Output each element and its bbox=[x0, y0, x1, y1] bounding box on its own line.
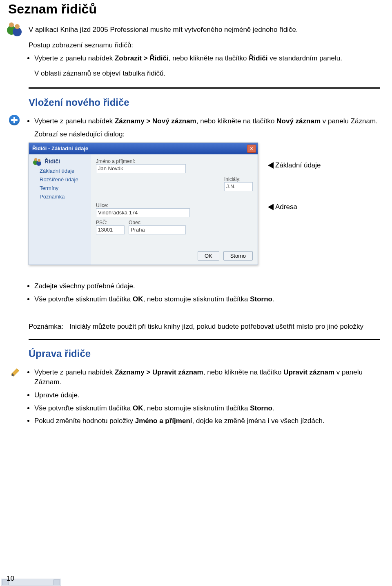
triangle-left-icon bbox=[268, 162, 274, 169]
section-heading: Vložení nového řidiče bbox=[29, 97, 380, 108]
dialog-title: Řidiči - Základní údaje bbox=[32, 145, 88, 152]
label-initials: Iniciály: bbox=[224, 176, 253, 182]
label-city: Obec: bbox=[129, 220, 186, 225]
city-field[interactable]: Praha bbox=[129, 225, 186, 234]
list-item: Upravte údaje. bbox=[34, 390, 380, 400]
scroll-right[interactable] bbox=[53, 579, 60, 585]
ok-button[interactable]: OK bbox=[198, 251, 219, 261]
dialog-form: Jméno a příjmení: Jan Novák Iniciály: J.… bbox=[91, 154, 258, 265]
cancel-button[interactable]: Storno bbox=[223, 251, 253, 261]
sidebar-item[interactable]: Termíny bbox=[33, 184, 88, 192]
label-name: Jméno a příjmení: bbox=[96, 158, 186, 164]
drivers-icon bbox=[33, 158, 42, 165]
intro-list: Vyberte z panelu nabídek Zobrazit > Řidi… bbox=[34, 53, 380, 63]
section-heading: Úprava řidiče bbox=[29, 348, 380, 359]
divider bbox=[29, 339, 380, 340]
label-psc: PSČ: bbox=[96, 220, 125, 225]
dialog-window: Řidiči - Základní údaje × Řidiči Základn… bbox=[29, 143, 258, 265]
intro-text: V aplikaci Kniha jízd 2005 Professional … bbox=[29, 25, 380, 35]
dialog-titlebar[interactable]: Řidiči - Základní údaje × bbox=[29, 143, 258, 154]
street-field[interactable]: Vinohradská 174 bbox=[96, 208, 190, 217]
drivers-icon bbox=[6, 21, 22, 37]
list-item: Pokud změníte hodnotu položky Jméno a př… bbox=[34, 416, 380, 426]
list-item: Vyberte z panelu nabídek Zobrazit > Řidi… bbox=[34, 53, 380, 63]
sec1b-list: Zadejte všechny potřebné údaje. Vše potv… bbox=[34, 281, 380, 304]
page-number: 10 bbox=[7, 575, 14, 583]
triangle-left-icon bbox=[268, 204, 274, 210]
close-icon[interactable]: × bbox=[247, 145, 256, 153]
list-item: Vše potvrďte stisknutím tlačítka OK, neb… bbox=[34, 294, 380, 304]
sec1-after: Zobrazí se následující dialog: bbox=[34, 129, 380, 139]
list-item: Vše potvrďte stisknutím tlačítka OK, neb… bbox=[34, 403, 380, 413]
psc-field[interactable]: 13001 bbox=[96, 225, 125, 234]
sidebar-item[interactable]: Poznámka bbox=[33, 192, 88, 201]
intro-subheading: Postup zobrazení seznamu řidičů: bbox=[29, 40, 380, 50]
list-item: Vyberte z panelu nabídek Záznamy > Nový … bbox=[34, 116, 380, 126]
sec1-list: Vyberte z panelu nabídek Záznamy > Nový … bbox=[34, 116, 380, 126]
initials-field[interactable]: J.N. bbox=[224, 182, 253, 191]
page-title: Seznam řidičů bbox=[8, 2, 392, 17]
list-item: Zadejte všechny potřebné údaje. bbox=[34, 281, 380, 291]
callout: Adresa bbox=[268, 203, 321, 211]
sec2-list: Vyberte z panelu nabídek Záznamy > Uprav… bbox=[34, 368, 380, 426]
sidebar-header: Řidiči bbox=[33, 158, 88, 165]
plus-icon bbox=[9, 115, 20, 125]
list-item: Vyberte z panelu nabídek Záznamy > Uprav… bbox=[34, 368, 380, 387]
note-block: Poznámka: Iniciály můžete použít při tis… bbox=[29, 322, 380, 332]
label-street: Ulice: bbox=[96, 203, 253, 208]
sidebar-item[interactable]: Základní údaje bbox=[33, 167, 88, 175]
name-field[interactable]: Jan Novák bbox=[96, 164, 186, 173]
intro-note: V oblasti záznamů se objeví tabulka řidi… bbox=[34, 69, 380, 78]
dialog-sidebar: Řidiči Základní údaje Rozšířené údaje Te… bbox=[29, 154, 91, 265]
callout: Základní údaje bbox=[268, 161, 321, 169]
sidebar-item[interactable]: Rozšířené údaje bbox=[33, 175, 88, 184]
divider bbox=[29, 87, 380, 89]
pencil-icon bbox=[9, 366, 20, 377]
